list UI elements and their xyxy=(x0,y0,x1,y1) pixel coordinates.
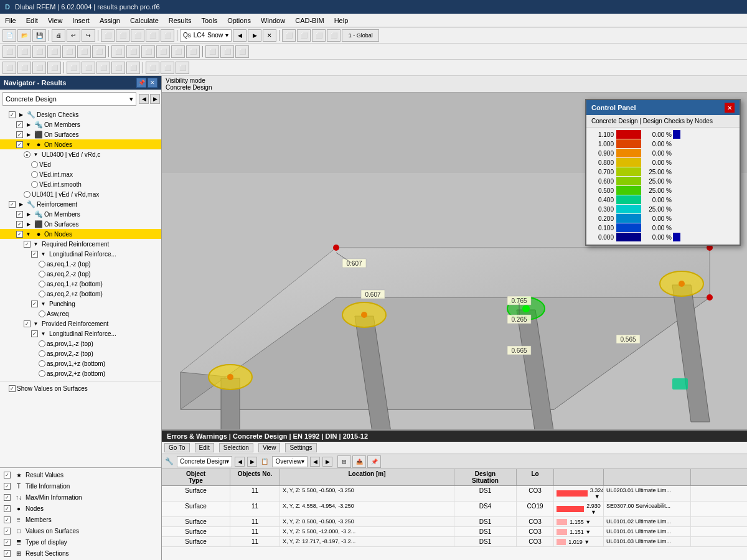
radio-as-prov-1z-top[interactable] xyxy=(37,339,46,348)
tree-ul0400[interactable]: ▼ UL0400 | vEd / vRd,c xyxy=(0,149,161,159)
check-members[interactable] xyxy=(2,515,11,524)
tb-nav-prev[interactable]: ◀ xyxy=(233,29,247,42)
expand-long-reinf-1-icon[interactable]: ▼ xyxy=(39,250,48,258)
tb-c4[interactable]: ⬜ xyxy=(327,29,341,42)
radio-as-prov-2z-top[interactable] xyxy=(37,349,46,358)
expand-ul0400-icon[interactable]: ▼ xyxy=(32,150,40,159)
col-value[interactable] xyxy=(554,469,604,485)
radio-as-prov-1z-bot[interactable] xyxy=(37,359,46,368)
check-result-sections[interactable] xyxy=(2,549,11,558)
expand-design-checks-icon[interactable]: ▶ xyxy=(17,110,26,119)
menu-assign[interactable]: Assign xyxy=(95,16,125,26)
expand-provided-reinf-icon[interactable]: ▼ xyxy=(32,319,40,328)
tb3-b10[interactable]: ⬜ xyxy=(146,62,159,74)
tb-open[interactable]: 📂 xyxy=(17,29,31,42)
tb2-b5[interactable]: ⬜ xyxy=(62,45,76,58)
col-design-sit[interactable]: DesignSituation xyxy=(454,469,517,485)
tree-as-prov-2z-top[interactable]: as,prov,2,-z (top) xyxy=(0,348,161,358)
tb-b1[interactable]: ⬜ xyxy=(101,29,115,42)
nav-type-dropdown[interactable]: Concrete Design ▾ xyxy=(2,92,136,106)
tb-b4[interactable]: ⬜ xyxy=(146,29,159,42)
tb3-b12[interactable]: ⬜ xyxy=(176,62,189,74)
tb3-b2[interactable]: ⬜ xyxy=(17,62,31,74)
tree-as-req-1z-top[interactable]: as,req,1,-z (top) xyxy=(0,259,161,269)
tb3-b1[interactable]: ⬜ xyxy=(2,62,16,74)
tb2-b14[interactable]: ⬜ xyxy=(205,45,219,58)
nav-members[interactable]: ≡ Members xyxy=(2,514,159,525)
radio-as-req-1z-top[interactable] xyxy=(37,259,46,268)
err-view-btn[interactable]: View xyxy=(258,443,281,452)
tree-asw-req[interactable]: Asw,req xyxy=(0,309,161,319)
radio-asw-req[interactable] xyxy=(37,309,46,318)
check-provided-reinf[interactable] xyxy=(22,319,31,328)
nav-next-btn[interactable]: ▶ xyxy=(150,94,160,104)
nav-maxmin-info[interactable]: ↑↓ Max/Min Information xyxy=(2,492,159,503)
nav-result-values[interactable]: ★ Result Values xyxy=(2,469,159,480)
check-on-nodes-2[interactable] xyxy=(15,230,24,238)
tb3-b8[interactable]: ⬜ xyxy=(111,62,125,74)
err-design-dropdown[interactable]: Concrete Design ▾ xyxy=(177,456,232,467)
tree-on-surfaces-2[interactable]: ▶ ⬛ On Surfaces xyxy=(0,219,161,229)
err-selection-btn[interactable]: Selection xyxy=(219,443,253,452)
tb-c3[interactable]: ⬜ xyxy=(312,29,326,42)
nav-title-info[interactable]: T Title Information xyxy=(2,480,159,492)
tb2-b2[interactable]: ⬜ xyxy=(17,45,31,58)
menu-results[interactable]: Results xyxy=(164,16,197,26)
err-overview-dropdown[interactable]: Overview ▾ xyxy=(272,456,308,467)
tb-b3[interactable]: ⬜ xyxy=(131,29,144,42)
tb-b5[interactable]: ⬜ xyxy=(161,29,174,42)
table-row[interactable]: Surface 11 X, Y, Z: 4.558, -4.954, -3.25… xyxy=(162,502,747,517)
radio-ul0400[interactable] xyxy=(22,150,31,159)
tb-print[interactable]: 🖨 xyxy=(52,29,65,42)
nav-close-button[interactable]: ✕ xyxy=(148,78,157,88)
col-location[interactable]: Location [m] xyxy=(280,469,454,485)
expand-on-surfaces-1-icon[interactable]: ▶ xyxy=(24,130,33,139)
tb-b2[interactable]: ⬜ xyxy=(116,29,129,42)
tb2-b1[interactable]: ⬜ xyxy=(2,45,16,58)
tb2-b7[interactable]: ⬜ xyxy=(92,45,106,58)
check-title-info[interactable] xyxy=(2,482,11,490)
tree-reinforcement[interactable]: ▶ 🔧 Reinforcement xyxy=(0,199,161,209)
check-punching[interactable] xyxy=(30,299,39,308)
tree-as-req-1z-bot[interactable]: as,req,1,+z (bottom) xyxy=(0,279,161,289)
radio-ul0401[interactable] xyxy=(22,190,31,198)
col-desc[interactable] xyxy=(604,469,691,485)
expand-on-nodes-1-icon[interactable]: ▼ xyxy=(24,140,33,149)
tb2-b3[interactable]: ⬜ xyxy=(32,45,46,58)
check-on-surfaces-2[interactable] xyxy=(15,220,24,228)
menu-edit[interactable]: Edit xyxy=(21,16,43,26)
tb2-b12[interactable]: ⬜ xyxy=(171,45,185,58)
radio-as-prov-2z-bot[interactable] xyxy=(37,369,46,378)
tree-design-checks[interactable]: ▶ 🔧 Design Checks xyxy=(0,110,161,119)
err-ov-prev-btn[interactable]: ◀ xyxy=(310,457,320,467)
tb2-b16[interactable]: ⬜ xyxy=(235,45,249,58)
table-row[interactable]: Surface 11 X, Y, Z: 5.500, -12.000, -3.2… xyxy=(162,527,747,537)
check-on-members-2[interactable] xyxy=(15,210,24,218)
tree-v-ed-int-max[interactable]: VEd.int.max xyxy=(0,169,161,179)
tb-save[interactable]: 💾 xyxy=(32,29,46,42)
expand-on-surfaces-2-icon[interactable]: ▶ xyxy=(24,220,33,228)
menu-options[interactable]: Options xyxy=(222,16,256,26)
col-lo[interactable]: Lo xyxy=(517,469,554,485)
menu-view[interactable]: View xyxy=(43,16,68,26)
err-pin-btn[interactable]: 📌 xyxy=(367,455,381,468)
radio-v-ed-int-smooth[interactable] xyxy=(30,180,39,189)
tree-punching[interactable]: ▼ Punching xyxy=(0,299,161,309)
cp-close-button[interactable]: ✕ xyxy=(725,103,735,113)
expand-on-members-2-icon[interactable]: ▶ xyxy=(24,210,33,218)
table-row[interactable]: Surface 11 X, Y, Z: 5.500, -0.500, -3.25… xyxy=(162,486,747,502)
err-settings-btn[interactable]: Settings xyxy=(285,443,316,452)
tree-v-ed[interactable]: VEd xyxy=(0,159,161,169)
tree-as-prov-2z-bot[interactable]: as,prov,2,+z (bottom) xyxy=(0,368,161,378)
check-on-surfaces-1[interactable] xyxy=(15,130,24,139)
tb-undo[interactable]: ↩ xyxy=(67,29,80,42)
radio-v-ed[interactable] xyxy=(30,160,39,169)
tb-lc-dropdown[interactable]: Qs LC4 Snow ▾ xyxy=(180,29,232,42)
tree-ul0401[interactable]: UL0401 | vEd / vRd,max xyxy=(0,189,161,199)
check-reinforcement[interactable] xyxy=(7,200,16,208)
menu-cadbim[interactable]: CAD-BIM xyxy=(290,16,329,26)
tb3-b3[interactable]: ⬜ xyxy=(32,62,46,74)
tb2-b10[interactable]: ⬜ xyxy=(141,45,155,58)
tree-on-nodes-1[interactable]: ▼ ● On Nodes xyxy=(0,139,161,149)
check-show-values[interactable] xyxy=(7,384,16,393)
